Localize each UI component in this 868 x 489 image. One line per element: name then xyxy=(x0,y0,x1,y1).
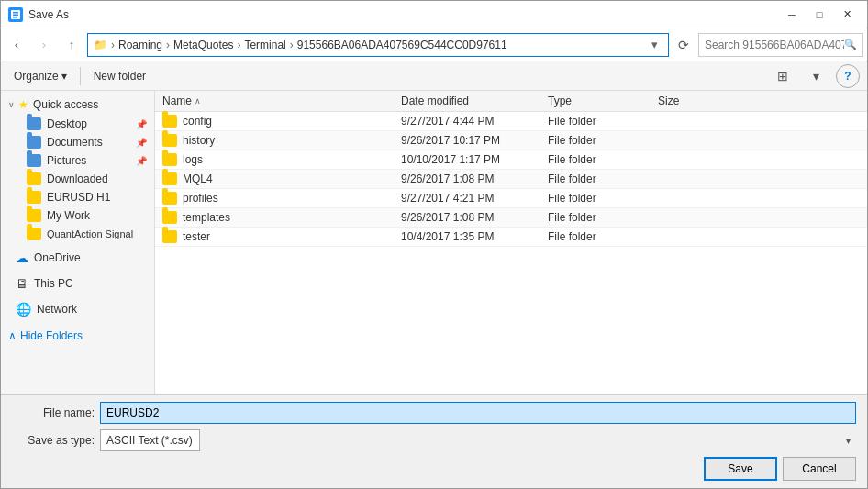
file-type-cell: File folder xyxy=(548,115,658,128)
svg-rect-2 xyxy=(13,14,18,16)
crumb-terminal: Terminal xyxy=(244,39,285,51)
file-row[interactable]: logs 10/10/2017 1:17 PM File folder xyxy=(155,150,867,170)
filename-input[interactable] xyxy=(100,402,856,424)
column-size-header[interactable]: Size xyxy=(658,94,860,107)
file-rows-container: config 9/27/2017 4:44 PM File folder his… xyxy=(155,112,867,247)
refresh-button[interactable]: ⟳ xyxy=(673,33,695,57)
documents-folder-icon xyxy=(27,136,41,149)
thispc-icon: 🖥 xyxy=(16,276,28,291)
folder-icon xyxy=(162,153,177,166)
hide-folders-button[interactable]: ∧Hide Folders xyxy=(1,324,154,348)
column-name-header[interactable]: Name ∧ xyxy=(162,94,401,107)
view-button[interactable]: ⊞ xyxy=(770,64,796,88)
view-dropdown-button[interactable]: ▾ xyxy=(803,64,829,88)
savetype-select[interactable]: ASCII Text (*.csv) xyxy=(100,429,200,451)
file-date-cell: 9/27/2017 4:21 PM xyxy=(401,192,548,205)
file-name-cell: history xyxy=(162,134,401,147)
main-content: ∨ ★ Quick access Desktop 📌 Documents 📌 P… xyxy=(1,91,867,394)
quick-access-chevron: ∨ xyxy=(8,100,15,109)
file-row[interactable]: MQL4 9/26/2017 1:08 PM File folder xyxy=(155,170,867,189)
address-dropdown-button[interactable]: ▾ xyxy=(646,33,662,57)
hide-folders-label: Hide Folders xyxy=(20,329,83,342)
crumb-metaquotes: MetaQuotes xyxy=(173,39,233,51)
minimize-button[interactable]: ─ xyxy=(779,2,805,28)
up-button[interactable]: ↑ xyxy=(60,33,83,57)
address-toolbar: ‹ › ↑ 📁 › Roaming › MetaQuotes › Termina… xyxy=(1,28,867,61)
save-button[interactable]: Save xyxy=(704,457,777,481)
file-row[interactable]: history 9/26/2017 10:17 PM File folder xyxy=(155,131,867,150)
sidebar-item-desktop[interactable]: Desktop 📌 xyxy=(1,115,154,133)
file-name-cell: tester xyxy=(162,230,401,243)
window-title: Save As xyxy=(28,8,779,21)
window-controls: ─ □ ✕ xyxy=(779,2,860,28)
column-date-header[interactable]: Date modified xyxy=(401,94,548,107)
organize-button[interactable]: Organize ▾ xyxy=(8,68,72,84)
maximize-button[interactable]: □ xyxy=(807,2,832,28)
crumb-roaming: Roaming xyxy=(118,39,162,51)
folder-icon xyxy=(162,192,177,205)
hide-folders-arrow-icon: ∧ xyxy=(8,329,17,342)
file-name-label: profiles xyxy=(183,192,218,205)
command-toolbar: Organize ▾ New folder ⊞ ▾ ? xyxy=(1,61,867,91)
file-date-cell: 9/26/2017 10:17 PM xyxy=(401,134,548,147)
crumb-guid: 915566BA06ADA407569C544CC0D97611 xyxy=(297,39,507,51)
thispc-item[interactable]: 🖥 This PC xyxy=(1,272,154,295)
pictures-folder-icon xyxy=(27,154,41,167)
quick-access-label: Quick access xyxy=(33,98,98,111)
file-name-label: history xyxy=(183,134,215,147)
folder-icon xyxy=(162,211,177,224)
file-name-cell: logs xyxy=(162,153,401,166)
quick-access-header[interactable]: ∨ ★ Quick access xyxy=(1,94,154,115)
cancel-button[interactable]: Cancel xyxy=(783,457,856,481)
search-box[interactable]: 🔍 xyxy=(698,33,863,57)
address-bar[interactable]: 📁 › Roaming › MetaQuotes › Terminal › 91… xyxy=(87,33,669,57)
desktop-folder-icon xyxy=(27,117,41,130)
sidebar-item-documents[interactable]: Documents 📌 xyxy=(1,133,154,151)
form-buttons: Save Cancel xyxy=(12,457,856,481)
quick-access-section: ∨ ★ Quick access Desktop 📌 Documents 📌 P… xyxy=(1,94,154,243)
column-type-header[interactable]: Type xyxy=(548,94,658,107)
file-date-cell: 9/26/2017 1:08 PM xyxy=(401,172,548,185)
sidebar-item-quantaction[interactable]: QuantAction Signal xyxy=(1,225,154,243)
pin-icon-pics: 📌 xyxy=(136,156,147,166)
file-row[interactable]: templates 9/26/2017 1:08 PM File folder xyxy=(155,208,867,228)
svg-rect-3 xyxy=(13,17,17,18)
folder-icon-small: 📁 xyxy=(94,39,107,51)
file-name-label: MQL4 xyxy=(183,172,213,185)
sidebar-item-mywork[interactable]: My Work xyxy=(1,206,154,225)
pin-icon-docs: 📌 xyxy=(136,138,147,148)
thispc-section: 🖥 This PC xyxy=(1,272,154,295)
network-item[interactable]: 🌐 Network xyxy=(1,298,154,320)
sidebar-item-eurusd[interactable]: EURUSD H1 xyxy=(1,188,154,206)
new-folder-button[interactable]: New folder xyxy=(88,68,151,84)
file-row[interactable]: tester 10/4/2017 1:35 PM File folder xyxy=(155,228,867,247)
savetype-row: Save as type: ASCII Text (*.csv) ▾ xyxy=(12,429,856,451)
sidebar-item-pictures[interactable]: Pictures 📌 xyxy=(1,151,154,170)
file-type-cell: File folder xyxy=(548,134,658,147)
file-type-cell: File folder xyxy=(548,172,658,185)
onedrive-item[interactable]: ☁ OneDrive xyxy=(1,247,154,269)
file-date-cell: 9/27/2017 4:44 PM xyxy=(401,115,548,128)
toolbar-separator xyxy=(80,67,81,85)
thispc-label: This PC xyxy=(34,277,73,290)
help-button[interactable]: ? xyxy=(836,64,860,88)
quick-access-star-icon: ★ xyxy=(18,98,28,111)
search-icon: 🔍 xyxy=(844,39,857,50)
search-input[interactable] xyxy=(705,39,844,51)
close-button[interactable]: ✕ xyxy=(834,2,860,28)
back-button[interactable]: ‹ xyxy=(5,33,28,57)
file-row[interactable]: config 9/27/2017 4:44 PM File folder xyxy=(155,112,867,131)
onedrive-section: ☁ OneDrive xyxy=(1,247,154,269)
downloaded-folder-icon xyxy=(27,172,41,185)
network-label: Network xyxy=(37,303,77,316)
file-date-cell: 9/26/2017 1:08 PM xyxy=(401,211,548,224)
pin-icon: 📌 xyxy=(136,119,147,129)
file-type-cell: File folder xyxy=(548,153,658,166)
forward-button[interactable]: › xyxy=(32,33,56,57)
select-arrow-icon: ▾ xyxy=(846,436,851,446)
file-row[interactable]: profiles 9/27/2017 4:21 PM File folder xyxy=(155,189,867,208)
breadcrumb: 📁 › Roaming › MetaQuotes › Terminal › 91… xyxy=(94,39,646,51)
sidebar-item-downloaded[interactable]: Downloaded xyxy=(1,170,154,188)
savetype-label: Save as type: xyxy=(12,434,95,447)
file-type-cell: File folder xyxy=(548,230,658,243)
